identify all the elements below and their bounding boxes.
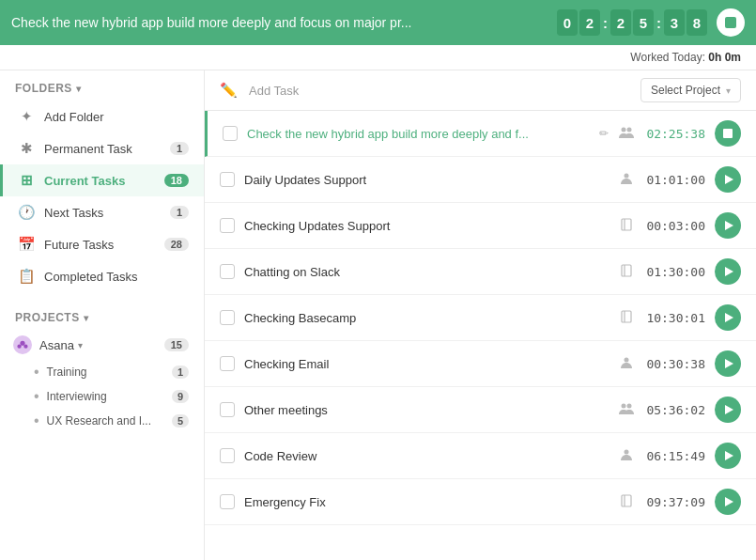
play-task-button[interactable]: [715, 258, 741, 285]
task-row[interactable]: Emergency Fix 09:37:09: [205, 479, 756, 525]
task-checkbox[interactable]: [220, 402, 235, 417]
add-task-label: Add Task: [249, 84, 299, 98]
add-folder-icon: ✦: [18, 108, 35, 125]
permanent-task-icon: ✱: [18, 140, 35, 157]
task-name: Other meetings: [244, 403, 609, 417]
sidebar-item-next-tasks[interactable]: 🕐 Next Tasks 1: [0, 196, 204, 228]
play-icon: [725, 405, 733, 414]
play-icon: [725, 221, 733, 230]
task-row[interactable]: Checking Email 00:30:38: [205, 341, 756, 387]
play-task-button[interactable]: [715, 166, 741, 193]
interviewing-bullet-icon: •: [34, 389, 39, 404]
task-checkbox[interactable]: [220, 172, 235, 187]
task-row[interactable]: Other meetings 05:36:02: [205, 387, 756, 433]
person-icon: [618, 448, 635, 464]
play-icon: [725, 175, 733, 184]
ux-label: UX Research and I...: [47, 414, 172, 428]
colon-2: :: [656, 15, 661, 31]
stop-task-button[interactable]: [715, 120, 741, 147]
sidebar-item-add-folder[interactable]: ✦ Add Folder: [0, 101, 204, 132]
task-row[interactable]: Checking Updates Support 00:03:00: [205, 203, 756, 249]
digit-5: 8: [687, 9, 707, 36]
task-time: 00:03:00: [644, 219, 705, 233]
training-label: Training: [47, 366, 172, 379]
task-checkbox[interactable]: [220, 310, 235, 325]
play-task-button[interactable]: [715, 350, 741, 377]
interviewing-label: Interviewing: [47, 390, 172, 403]
digit-0: 0: [557, 9, 578, 36]
sub-item-training[interactable]: • Training 1: [0, 360, 204, 384]
task-row[interactable]: Check the new hybrid app build more deep…: [205, 111, 756, 157]
add-task-button[interactable]: Add Task: [249, 84, 640, 98]
stop-button[interactable]: [717, 8, 745, 37]
play-icon: [725, 359, 733, 368]
active-task-title: Check the new hybrid app build more deep…: [11, 15, 542, 30]
task-name: Code Review: [244, 449, 609, 463]
edit-pen-icon: ✏: [599, 127, 609, 140]
main-content: Folders ▾ ✦ Add Folder ✱ Permanent Task …: [0, 70, 756, 560]
book-icon: [618, 310, 635, 326]
task-row[interactable]: Code Review 06:15:49: [205, 433, 756, 479]
sidebar-item-permanent-task[interactable]: ✱ Permanent Task 1: [0, 132, 204, 164]
svg-point-3: [622, 127, 626, 132]
task-time: 00:30:38: [644, 357, 705, 371]
task-checkbox[interactable]: [220, 494, 235, 509]
task-name: Checking Updates Support: [244, 219, 609, 233]
task-checkbox[interactable]: [220, 218, 235, 233]
edit-icon: ✏️: [220, 82, 238, 99]
stop-icon: [725, 17, 736, 28]
right-panel: ✏️ Add Task Select Project ▾ Check the n…: [205, 70, 756, 560]
permanent-task-badge: 1: [170, 142, 189, 155]
toolbar: ✏️ Add Task Select Project ▾: [205, 70, 756, 111]
svg-point-15: [625, 449, 629, 454]
sub-item-interviewing[interactable]: • Interviewing 9: [0, 384, 204, 409]
next-tasks-label: Next Tasks: [44, 206, 170, 220]
select-project-chevron-icon: ▾: [726, 86, 731, 96]
svg-point-14: [627, 403, 632, 408]
task-row[interactable]: Daily Updates Support 01:01:00: [205, 157, 756, 203]
sub-item-ux-research[interactable]: • UX Research and I... 5: [0, 409, 204, 433]
asana-label: Asana: [39, 338, 74, 352]
svg-point-5: [625, 173, 629, 178]
projects-label: Projects: [15, 311, 80, 324]
asana-icon: [13, 335, 32, 354]
task-checkbox[interactable]: [220, 448, 235, 463]
task-time: 02:25:38: [644, 127, 705, 141]
task-checkbox[interactable]: [220, 356, 235, 371]
task-time: 01:01:00: [644, 173, 705, 187]
play-icon: [725, 267, 733, 276]
future-tasks-icon: 📅: [18, 236, 35, 253]
training-badge: 1: [172, 366, 189, 379]
task-row[interactable]: Chatting on Slack 01:30:00: [205, 249, 756, 295]
digit-4: 3: [664, 9, 685, 36]
task-checkbox[interactable]: [223, 126, 238, 141]
play-task-button[interactable]: [715, 212, 741, 239]
svg-rect-6: [622, 219, 631, 230]
current-tasks-icon: ⊞: [18, 172, 35, 189]
play-icon: [725, 313, 733, 322]
next-tasks-badge: 1: [170, 206, 189, 219]
task-time: 01:30:00: [644, 265, 705, 279]
ux-badge: 5: [172, 414, 189, 428]
play-task-button[interactable]: [715, 304, 741, 331]
play-task-button[interactable]: [715, 397, 741, 423]
sidebar-item-future-tasks[interactable]: 📅 Future Tasks 28: [0, 228, 204, 260]
play-icon: [725, 451, 733, 460]
projects-section-header: Projects ▾: [0, 300, 204, 330]
select-project-button[interactable]: Select Project ▾: [640, 78, 741, 102]
current-tasks-label: Current Tasks: [44, 174, 164, 188]
task-name: Daily Updates Support: [244, 173, 609, 187]
book-icon: [618, 264, 635, 280]
play-task-button[interactable]: [715, 489, 741, 515]
task-checkbox[interactable]: [220, 264, 235, 279]
worked-today-label: Worked Today:: [630, 51, 705, 64]
svg-rect-8: [622, 265, 631, 276]
project-asana[interactable]: Asana ▾ 15: [0, 330, 204, 360]
task-time: 05:36:02: [644, 403, 705, 417]
task-row[interactable]: Checking Basecamp 10:30:01: [205, 295, 756, 341]
completed-tasks-label: Completed Tasks: [44, 270, 189, 284]
play-task-button[interactable]: [715, 443, 741, 469]
sidebar-item-current-tasks[interactable]: ⊞ Current Tasks 18: [0, 164, 204, 196]
sidebar-item-completed-tasks[interactable]: 📋 Completed Tasks: [0, 260, 204, 292]
next-tasks-icon: 🕐: [18, 204, 35, 221]
